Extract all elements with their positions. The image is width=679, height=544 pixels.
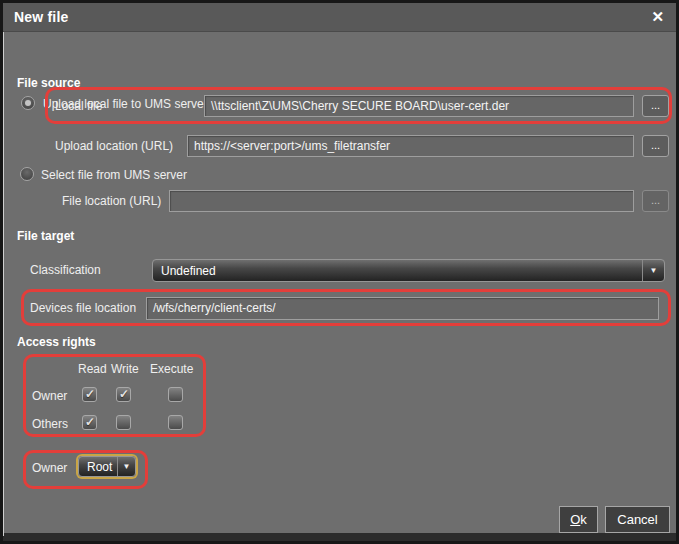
row-others-label: Others xyxy=(32,417,68,431)
owner-dropdown[interactable]: Root ▼ xyxy=(78,456,136,477)
owner-dropdown-value: Root xyxy=(87,460,112,474)
column-header-read: Read xyxy=(78,362,107,376)
devices-file-location-value: /wfs/cherry/client-certs/ xyxy=(153,301,276,315)
access-rights-header: Access rights xyxy=(17,335,96,349)
row-owner-label: Owner xyxy=(32,389,67,403)
dialog-titlebar[interactable]: New file ✕ xyxy=(3,3,676,32)
owner-select-label: Owner xyxy=(32,461,67,475)
dialog-title: New file xyxy=(14,9,69,25)
window-edge-highlight xyxy=(3,3,4,536)
upload-location-label: Upload location (URL) xyxy=(55,139,173,153)
file-target-header: File target xyxy=(17,229,74,243)
chevron-down-icon[interactable]: ▼ xyxy=(642,260,664,281)
checkbox-owner-read[interactable] xyxy=(82,387,97,402)
column-header-write: Write xyxy=(111,362,139,376)
upload-location-input[interactable]: https://<server:port>/ums_filetransfer xyxy=(187,135,634,157)
dialog-body: File source Upload local file to UMS ser… xyxy=(4,33,676,533)
checkbox-owner-execute[interactable] xyxy=(168,387,183,402)
local-file-value: \\ttsclient\Z\UMS\Cherry SECURE BOARD\us… xyxy=(211,99,509,113)
file-location-input[interactable] xyxy=(169,190,634,212)
checkbox-others-read[interactable] xyxy=(82,415,97,430)
devices-file-location-input[interactable]: /wfs/cherry/client-certs/ xyxy=(146,297,659,320)
file-location-label: File location (URL) xyxy=(62,194,161,208)
new-file-dialog: New file ✕ File source Upload local file… xyxy=(0,0,679,544)
local-file-browse-button[interactable]: ... xyxy=(642,95,669,117)
checkbox-owner-write[interactable] xyxy=(116,387,131,402)
radio-select-from-ums[interactable] xyxy=(20,167,34,181)
classification-dropdown[interactable]: Undefined ▼ xyxy=(152,259,665,282)
close-icon[interactable]: ✕ xyxy=(651,8,664,26)
checkbox-others-write[interactable] xyxy=(116,415,131,430)
file-source-header: File source xyxy=(17,76,80,90)
classification-value: Undefined xyxy=(161,264,216,278)
devices-file-location-label: Devices file location xyxy=(30,301,136,315)
cancel-button-label: Cancel xyxy=(606,507,669,532)
ok-button[interactable]: Ok xyxy=(559,506,598,533)
radio-select-from-ums-label: Select file from UMS server xyxy=(41,168,187,182)
ok-button-label: Ok xyxy=(560,507,597,532)
local-file-label: Local file xyxy=(55,99,102,113)
file-location-browse-button[interactable]: ... xyxy=(642,190,669,212)
checkbox-others-execute[interactable] xyxy=(168,415,183,430)
upload-location-browse-button[interactable]: ... xyxy=(642,135,669,157)
column-header-execute: Execute xyxy=(150,362,193,376)
classification-label: Classification xyxy=(30,263,101,277)
chevron-down-icon[interactable]: ▼ xyxy=(117,457,135,476)
cancel-button[interactable]: Cancel xyxy=(605,506,670,533)
upload-location-value: https://<server:port>/ums_filetransfer xyxy=(194,139,390,153)
radio-upload-local-file[interactable] xyxy=(21,96,35,110)
window-bottom-border xyxy=(3,533,676,541)
local-file-input[interactable]: \\ttsclient\Z\UMS\Cherry SECURE BOARD\us… xyxy=(204,95,634,117)
